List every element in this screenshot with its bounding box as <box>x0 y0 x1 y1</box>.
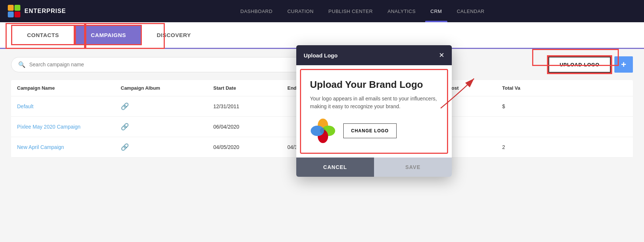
tab-campaigns[interactable]: CAMPAIGNS <box>75 25 142 45</box>
svg-rect-0 <box>8 5 14 11</box>
nav-brand-label: ENTERPRISE <box>24 8 66 14</box>
nav-curation[interactable]: CURATION <box>287 9 314 14</box>
modal-close-button[interactable]: ✕ <box>439 51 444 59</box>
cancel-button[interactable]: CANCEL <box>296 158 374 177</box>
nav-logo: ENTERPRISE <box>7 4 66 18</box>
nav-crm[interactable]: CRM <box>430 9 442 14</box>
save-button[interactable]: SAVE <box>374 158 452 177</box>
upload-logo-modal: Upload Logo ✕ Upload Your Brand Logo You… <box>296 45 452 177</box>
nav-publish-center[interactable]: PUBLISH CENTER <box>328 9 373 14</box>
nav-analytics[interactable]: ANALYTICS <box>388 9 416 14</box>
top-nav: ENTERPRISE DASHBOARD CURATION PUBLISH CE… <box>0 0 644 22</box>
modal-header: Upload Logo ✕ <box>296 45 452 65</box>
modal-logo-area: CHANGE LOGO <box>310 118 438 144</box>
tab-discovery[interactable]: DISCOVERY <box>142 26 206 44</box>
modal-body: Upload Your Brand Logo Your logo appears… <box>300 69 448 154</box>
app-logo-icon <box>7 4 21 18</box>
nav-links: DASHBOARD CURATION PUBLISH CENTER ANALYT… <box>88 9 637 14</box>
main-content: CONTACTS CAMPAIGNS DISCOVERY 🔍 UPLOAD LO… <box>0 22 644 242</box>
annotation-upload-logo <box>532 49 619 66</box>
modal-title: Upload Logo <box>304 52 338 59</box>
svg-rect-2 <box>8 11 14 17</box>
change-logo-button[interactable]: CHANGE LOGO <box>343 123 397 138</box>
modal-heading: Upload Your Brand Logo <box>310 79 438 90</box>
tab-contacts[interactable]: CONTACTS <box>11 25 75 45</box>
modal-footer: CANCEL SAVE <box>296 158 452 177</box>
svg-point-9 <box>320 128 326 134</box>
content-area: 🔍 UPLOAD LOGO + Campaign Name Campaign A… <box>0 49 644 242</box>
nav-dashboard[interactable]: DASHBOARD <box>240 9 273 14</box>
modal-description: Your logo appears in all emails sent to … <box>310 95 438 110</box>
svg-rect-3 <box>14 11 20 17</box>
svg-rect-1 <box>14 5 20 11</box>
brand-logo-preview <box>310 118 336 144</box>
nav-calendar[interactable]: CALENDAR <box>457 9 484 14</box>
modal-overlay: Upload Logo ✕ Upload Your Brand Logo You… <box>0 49 644 242</box>
